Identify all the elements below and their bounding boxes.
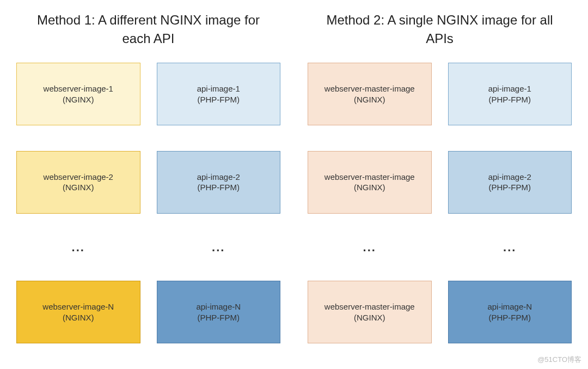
ellipsis-left: ... (308, 239, 432, 256)
method-1-title: Method 1: A different NGINX image for ea… (16, 11, 280, 47)
api-image-2-box: api-image-2 (PHP-FPM) (157, 151, 281, 214)
webserver-master-image-box-2: webserver-master-image (NGINX) (308, 151, 432, 214)
watermark: @51CTO博客 (537, 355, 581, 365)
method-2-title: Method 2: A single NGINX image for all A… (308, 11, 572, 47)
ellipsis-left: ... (16, 239, 140, 256)
box-label-line2: (PHP-FPM) (489, 182, 531, 193)
box-label-line1: webserver-image-N (42, 301, 114, 312)
api-image-2-box: api-image-2 (PHP-FPM) (448, 151, 572, 214)
box-label-line1: api-image-2 (488, 172, 531, 183)
box-label-line1: api-image-N (196, 301, 241, 312)
box-label-line2: (NGINX) (354, 94, 385, 105)
box-label-line2: (NGINX) (63, 94, 94, 105)
box-label-line2: (PHP-FPM) (489, 312, 531, 323)
webserver-master-image-box-1: webserver-master-image (NGINX) (308, 63, 432, 125)
box-label-line2: (NGINX) (63, 182, 94, 193)
diagram-container: Method 1: A different NGINX image for ea… (16, 11, 572, 358)
box-label-line1: webserver-image-2 (44, 172, 113, 183)
box-label-line1: api-image-2 (197, 172, 240, 183)
box-label-line2: (PHP-FPM) (198, 312, 240, 323)
ellipsis-right: ... (157, 239, 281, 256)
ellipsis-right: ... (448, 239, 572, 256)
method-2-grid: webserver-master-image (NGINX) api-image… (308, 63, 572, 358)
box-label-line2: (PHP-FPM) (198, 94, 240, 105)
webserver-image-1-box: webserver-image-1 (NGINX) (16, 63, 140, 125)
method-2-column: Method 2: A single NGINX image for all A… (308, 11, 572, 358)
box-label-line1: api-image-1 (488, 83, 531, 94)
box-label-line1: webserver-image-1 (44, 83, 113, 94)
box-label-line2: (PHP-FPM) (198, 182, 240, 193)
box-label-line1: webserver-master-image (324, 172, 415, 183)
box-label-line2: (PHP-FPM) (489, 94, 531, 105)
webserver-image-n-box: webserver-image-N (NGINX) (16, 281, 140, 343)
box-label-line2: (NGINX) (354, 312, 385, 323)
box-label-line1: webserver-master-image (324, 301, 415, 312)
box-label-line1: webserver-master-image (324, 83, 415, 94)
api-image-1-box: api-image-1 (PHP-FPM) (448, 63, 572, 125)
box-label-line2: (NGINX) (354, 182, 385, 193)
webserver-image-2-box: webserver-image-2 (NGINX) (16, 151, 140, 214)
method-1-column: Method 1: A different NGINX image for ea… (16, 11, 280, 358)
webserver-master-image-box-n: webserver-master-image (NGINX) (308, 281, 432, 343)
method-1-grid: webserver-image-1 (NGINX) api-image-1 (P… (16, 63, 280, 358)
api-image-n-box: api-image-N (PHP-FPM) (448, 281, 572, 343)
box-label-line1: api-image-N (487, 301, 532, 312)
api-image-1-box: api-image-1 (PHP-FPM) (157, 63, 281, 125)
box-label-line2: (NGINX) (63, 312, 94, 323)
api-image-n-box: api-image-N (PHP-FPM) (157, 281, 281, 343)
box-label-line1: api-image-1 (197, 83, 240, 94)
